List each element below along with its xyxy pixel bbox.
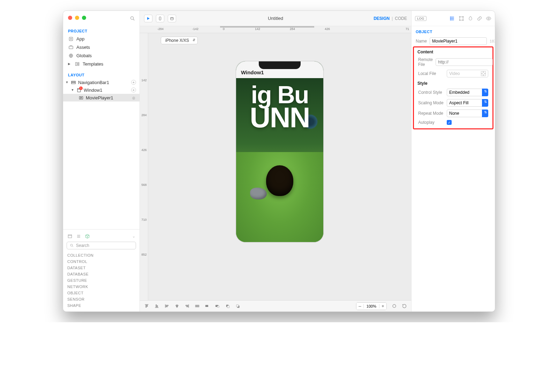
align-bottom-icon[interactable] — [154, 303, 159, 309]
design-mode-tab[interactable]: DESIGN — [374, 16, 390, 21]
svg-point-53 — [450, 17, 451, 17]
svg-point-55 — [450, 20, 451, 20]
phone-notch — [259, 61, 301, 69]
library-category[interactable]: OBJECT — [67, 290, 136, 296]
badge-icon: 1 — [79, 86, 83, 90]
library-search-input[interactable]: Search — [67, 242, 136, 249]
fullscreen-window-button[interactable] — [82, 16, 86, 20]
align-right-icon[interactable] — [184, 303, 190, 309]
library-category[interactable]: GESTURE — [67, 277, 136, 284]
play-button[interactable] — [144, 15, 152, 22]
properties-tab-icon[interactable] — [450, 16, 455, 21]
svg-rect-8 — [77, 64, 79, 66]
project-item-assets[interactable]: Assets — [63, 43, 140, 51]
svg-rect-10 — [71, 82, 75, 84]
screens-icon[interactable] — [205, 303, 210, 309]
svg-rect-7 — [77, 62, 79, 64]
layout-item-label: NavigationBar1 — [78, 80, 109, 85]
fit-icon[interactable] — [392, 303, 397, 309]
zoom-out-button[interactable]: – — [356, 303, 363, 310]
rotate-icon[interactable] — [402, 303, 407, 309]
search-icon[interactable] — [130, 16, 135, 21]
highlighted-properties: Content Remote File Local File Video Sty… — [413, 46, 493, 129]
window-controls — [68, 16, 86, 20]
property-label: Repeat Mode — [418, 111, 444, 116]
svg-rect-44 — [217, 306, 219, 307]
calendar-button[interactable] — [168, 15, 176, 22]
name-input[interactable] — [430, 37, 487, 45]
svg-rect-14 — [68, 235, 72, 238]
eye-tab-icon[interactable] — [486, 16, 491, 21]
project-item-templates[interactable]: ▶ Templates — [63, 60, 140, 68]
checker-icon — [481, 71, 486, 76]
cube-icon[interactable] — [85, 234, 90, 239]
scaling-mode-select[interactable]: Aspect Fill — [447, 99, 488, 107]
disclosure-triangle-icon[interactable]: ▼ — [71, 88, 74, 92]
project-item-label: Templates — [83, 61, 103, 67]
library-category[interactable]: SHAPE — [67, 302, 136, 309]
screens-icon[interactable] — [215, 303, 220, 309]
panel-icon[interactable] — [67, 234, 73, 239]
library-category[interactable]: COLLECTION — [67, 252, 136, 258]
svg-rect-38 — [187, 306, 188, 307]
overlap-front-icon[interactable] — [235, 303, 240, 309]
library-category[interactable]: CONTROL — [67, 258, 136, 265]
add-icon[interactable]: + — [131, 80, 136, 85]
search-icon — [70, 243, 74, 248]
close-window-button[interactable] — [68, 16, 72, 20]
log-button[interactable]: LOG — [415, 16, 427, 21]
svg-rect-31 — [166, 305, 168, 306]
svg-rect-29 — [157, 306, 158, 307]
layout-item-label: MoviePlayer1 — [86, 95, 113, 100]
style-tab-icon[interactable] — [468, 16, 473, 21]
project-item-app[interactable]: App — [63, 35, 140, 43]
minimize-window-button[interactable] — [75, 16, 79, 20]
align-left-icon[interactable] — [164, 303, 169, 309]
layout-item-window[interactable]: ▼ 1 Window1 + — [63, 86, 140, 94]
property-label: Remote File — [418, 57, 433, 67]
library-category[interactable]: SENSOR — [67, 296, 136, 302]
remote-file-input[interactable] — [436, 58, 493, 66]
property-label: Autoplay — [418, 120, 444, 125]
project-item-globals[interactable]: Globals — [63, 51, 140, 60]
chevron-down-icon[interactable]: ⌄ — [132, 234, 135, 239]
distribute-icon[interactable] — [195, 303, 200, 309]
globals-icon — [68, 53, 74, 58]
object-library: ⌄ Search COLLECTION CONTROL DATASET DATA… — [63, 229, 140, 311]
local-file-picker[interactable]: Video — [447, 70, 488, 77]
bounds-tab-icon[interactable] — [459, 16, 464, 21]
control-style-select[interactable]: Embedded — [447, 89, 488, 96]
svg-point-19 — [70, 244, 73, 246]
code-mode-tab[interactable]: CODE — [395, 16, 407, 21]
assets-icon — [68, 44, 74, 50]
disclosure-triangle-icon[interactable]: ▶ — [68, 62, 71, 66]
content-group-header: Content — [414, 47, 492, 56]
design-canvas[interactable]: iPhone X/XS Window1 ig Bu UNN — [148, 33, 411, 300]
repeat-mode-select[interactable]: None — [447, 110, 488, 117]
library-category[interactable]: NETWORK — [67, 284, 136, 290]
list-icon[interactable] — [76, 234, 81, 239]
device-button[interactable] — [156, 15, 164, 22]
layout-item-movieplayer[interactable]: MoviePlayer1 ◎ — [63, 94, 140, 101]
link-tab-icon[interactable] — [477, 16, 482, 21]
layout-item-label: Window1 — [84, 88, 102, 93]
layout-item-navigationbar[interactable]: ▼ NavigationBar1 + — [63, 78, 140, 86]
property-label: Name — [416, 39, 427, 44]
device-picker[interactable]: iPhone X/XS — [161, 37, 198, 44]
zoom-in-button[interactable]: + — [379, 303, 386, 310]
library-category[interactable]: DATABASE — [67, 271, 136, 277]
svg-rect-37 — [186, 305, 188, 306]
align-center-icon[interactable] — [174, 303, 180, 309]
library-category[interactable]: DATASET — [67, 265, 136, 271]
property-label: Scaling Mode — [418, 100, 444, 105]
autoplay-checkbox[interactable]: ✓ — [447, 120, 452, 125]
add-icon[interactable]: + — [131, 88, 136, 92]
overlap-back-icon[interactable] — [225, 303, 230, 309]
disclosure-triangle-icon[interactable]: ▼ — [65, 81, 69, 84]
phone-preview[interactable]: Window1 ig Bu UNN — [236, 61, 324, 242]
svg-rect-26 — [147, 305, 148, 307]
align-top-icon[interactable] — [144, 303, 149, 309]
svg-rect-4 — [69, 46, 73, 49]
project-section-label: PROJECT — [63, 26, 140, 35]
style-group-header: Style — [414, 79, 492, 87]
